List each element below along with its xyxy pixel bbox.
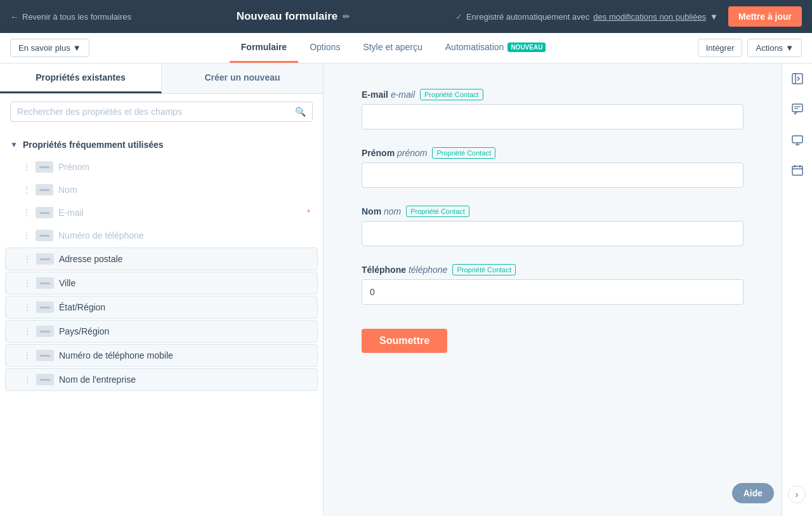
list-item[interactable]: ⋮ Numéro de téléphone — [5, 225, 318, 246]
drag-handle-icon: ⋮ — [23, 279, 31, 288]
property-name: Ville — [59, 278, 75, 288]
property-badge-prenom: Propriété Contact — [432, 147, 495, 159]
scroll-bottom: › — [782, 486, 812, 503]
form-field-telephone: Téléphone téléphone Propriété Contact — [362, 264, 743, 305]
form-input-telephone[interactable] — [362, 279, 743, 305]
field-label-nom: Nom nom — [362, 206, 401, 216]
section-label: Propriétés fréquemment utilisées — [23, 140, 164, 150]
calendar-icon[interactable] — [787, 160, 808, 180]
property-name: État/Région — [59, 302, 105, 312]
field-label-telephone: Téléphone téléphone — [362, 265, 447, 275]
list-item[interactable]: ⋮ Prénom — [5, 156, 318, 178]
field-label-row-nom: Nom nom Propriété Contact — [362, 206, 743, 217]
back-arrow-icon: ← — [10, 12, 18, 22]
scroll-down-button[interactable]: › — [788, 486, 806, 503]
sidebar-tabs: Propriétés existantes Créer un nouveau — [0, 63, 323, 94]
form-field-nom: Nom nom Propriété Contact — [362, 206, 743, 246]
drag-handle-icon: ⋮ — [23, 351, 31, 360]
secondary-nav: En savoir plus ▼ Formulaire Options Styl… — [0, 33, 812, 63]
autosave-area: ✓ Enregistré automatiquement avec des mo… — [455, 12, 718, 22]
search-box: 🔍 — [10, 102, 313, 122]
back-link[interactable]: ← Revenir à tous les formulaires — [10, 12, 131, 22]
list-item[interactable]: ⋮ État/Région — [5, 296, 318, 319]
autosave-link[interactable]: des modifications non publiées — [593, 12, 706, 22]
svg-rect-5 — [792, 136, 802, 143]
learn-more-button[interactable]: En savoir plus ▼ — [10, 39, 89, 57]
field-label-row-email: E-mail e-mail Propriété Contact — [362, 89, 743, 100]
sidebar-tab-create[interactable]: Créer un nouveau — [162, 63, 323, 93]
list-item[interactable]: ⋮ Numéro de téléphone mobile — [5, 344, 318, 367]
field-icon — [36, 277, 54, 289]
sidebar-tab-create-label: Créer un nouveau — [204, 72, 280, 83]
tab-options[interactable]: Options — [298, 33, 351, 63]
tab-formulaire-label: Formulaire — [241, 42, 287, 52]
actions-label: Actions — [756, 43, 783, 53]
main-layout: Propriétés existantes Créer un nouveau 🔍… — [0, 63, 812, 516]
check-icon: ✓ — [455, 12, 462, 22]
field-icon — [36, 326, 54, 337]
section-header-frequent[interactable]: ▼ Propriétés fréquemment utilisées — [0, 135, 323, 155]
svg-rect-0 — [792, 74, 802, 84]
learn-more-label: En savoir plus — [18, 43, 70, 53]
form-inner: E-mail e-mail Propriété Contact Prénom p… — [362, 89, 743, 353]
list-item[interactable]: ⋮ Pays/Région — [5, 320, 318, 343]
field-label-prenom: Prénom prénom — [362, 148, 427, 158]
autosave-text: Enregistré automatiquement avec — [466, 12, 589, 22]
property-name: Numéro de téléphone — [58, 230, 144, 241]
property-name: Prénom — [58, 162, 89, 172]
collapse-left-icon[interactable] — [787, 69, 808, 89]
list-item[interactable]: ⋮ Ville — [5, 272, 318, 294]
svg-rect-8 — [792, 166, 802, 175]
form-input-nom[interactable] — [362, 221, 743, 246]
update-button[interactable]: Mettre à jour — [728, 6, 802, 27]
drag-handle-icon: ⋮ — [23, 208, 30, 217]
list-item[interactable]: ⋮ Adresse postale — [5, 248, 318, 270]
property-name: Pays/Région — [59, 326, 109, 336]
tab-automatisation-label: Automatisation — [445, 42, 504, 52]
field-icon — [36, 253, 54, 265]
svg-rect-2 — [792, 104, 802, 112]
field-label-row-telephone: Téléphone téléphone Propriété Contact — [362, 264, 743, 275]
sidebar-tab-existing[interactable]: Propriétés existantes — [0, 63, 162, 93]
list-item[interactable]: ⋮ Nom de l'entreprise — [5, 368, 318, 391]
submit-button[interactable]: Soumettre — [362, 329, 447, 353]
help-button[interactable]: Aide — [732, 483, 774, 503]
drag-handle-icon: ⋮ — [23, 162, 30, 171]
right-sidebar — [782, 63, 812, 516]
search-input[interactable] — [17, 107, 290, 117]
property-badge-email: Propriété Contact — [420, 89, 483, 100]
field-icon — [36, 374, 54, 385]
field-label-email: E-mail e-mail — [362, 89, 415, 100]
field-icon — [36, 161, 53, 173]
edit-icon[interactable]: ✏ — [343, 11, 350, 22]
list-item[interactable]: ⋮ E-mail * — [5, 202, 318, 223]
form-field-email: E-mail e-mail Propriété Contact — [362, 89, 743, 129]
form-input-email[interactable] — [362, 104, 743, 129]
dropdown-arrow-icon[interactable]: ▼ — [710, 12, 718, 22]
property-name: E-mail — [58, 208, 84, 218]
integrate-button[interactable]: Intégrer — [698, 39, 743, 57]
form-field-prenom: Prénom prénom Propriété Contact — [362, 147, 743, 188]
tab-automatisation[interactable]: Automatisation NOUVEAU — [434, 33, 558, 63]
field-icon — [36, 350, 54, 361]
tab-style-label: Style et aperçu — [363, 42, 422, 52]
property-name: Nom — [58, 185, 77, 195]
search-icon: 🔍 — [295, 107, 306, 117]
list-item[interactable]: ⋮ Nom — [5, 179, 318, 201]
field-icon — [36, 207, 53, 218]
top-nav: ← Revenir à tous les formulaires Nouveau… — [0, 0, 812, 33]
chevron-down-icon: ▼ — [73, 43, 81, 53]
field-label-row-prenom: Prénom prénom Propriété Contact — [362, 147, 743, 159]
device-icon[interactable] — [787, 129, 808, 150]
drag-handle-icon: ⋮ — [23, 303, 31, 312]
tab-style[interactable]: Style et aperçu — [351, 33, 433, 63]
actions-button[interactable]: Actions ▼ — [747, 39, 802, 57]
property-name: Nom de l'entreprise — [59, 374, 136, 385]
chevron-icon: ▼ — [10, 140, 18, 149]
field-icon — [36, 184, 53, 195]
form-input-prenom[interactable] — [362, 162, 743, 188]
tab-formulaire[interactable]: Formulaire — [230, 33, 298, 63]
comments-icon[interactable] — [787, 99, 808, 119]
drag-handle-icon: ⋮ — [23, 185, 30, 194]
back-label: Revenir à tous les formulaires — [22, 12, 131, 22]
